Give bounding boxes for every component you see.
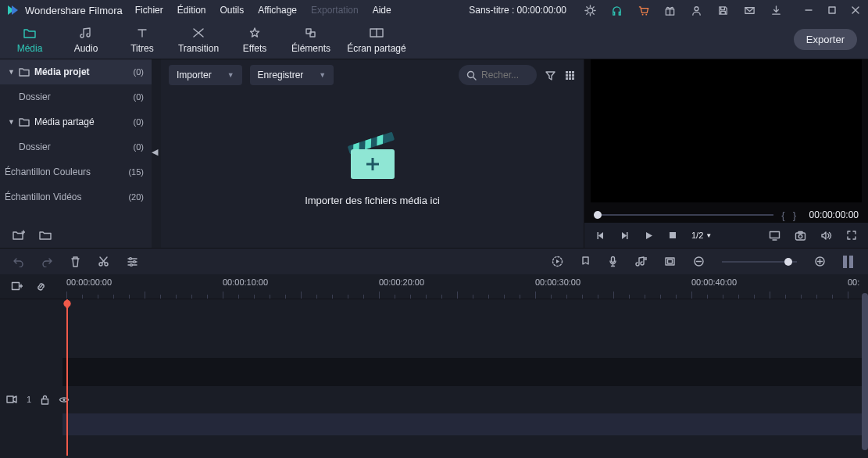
sidebar-videos-count: (20) <box>128 192 144 202</box>
tab-transition-label: Transition <box>170 43 227 54</box>
new-folder-button[interactable] <box>13 230 25 241</box>
chevron-down-icon: ▼ <box>8 68 15 76</box>
tab-transition[interactable]: Transition <box>170 25 227 54</box>
headphones-icon[interactable] <box>610 4 623 16</box>
fullscreen-icon[interactable] <box>846 230 857 241</box>
mark-out-icon[interactable]: } <box>793 209 796 221</box>
volume-icon[interactable] <box>820 231 832 241</box>
ruler-label: 00:00:20:00 <box>379 277 424 287</box>
preview-quality[interactable]: 1/2▼ <box>691 231 712 240</box>
mixer-icon[interactable] <box>635 256 647 267</box>
undo-icon[interactable] <box>13 256 24 267</box>
media-drop-zone[interactable]: Importer des fichiers média ici <box>161 91 584 248</box>
crop-icon[interactable] <box>664 256 676 267</box>
svg-rect-75 <box>7 396 13 403</box>
import-dropdown[interactable]: Importer▼ <box>169 65 242 85</box>
play-icon[interactable] <box>644 231 654 241</box>
timeline-body[interactable]: 00:00:00:00 00:00:10:00 00:00:20:00 00:0… <box>63 274 868 458</box>
maximize-icon[interactable] <box>826 4 838 16</box>
redo-icon[interactable] <box>41 256 53 267</box>
sun-icon[interactable] <box>584 4 596 16</box>
tab-splitscreen-label: Écran partagé <box>339 43 414 54</box>
add-media-icon[interactable] <box>11 281 23 292</box>
delete-icon[interactable] <box>70 256 80 267</box>
tab-audio[interactable]: Audio <box>58 25 114 54</box>
menu-view[interactable]: Affichage <box>258 5 297 16</box>
save-icon[interactable] <box>716 4 729 16</box>
track-video-icon[interactable] <box>6 395 17 404</box>
svg-point-49 <box>798 234 802 238</box>
folder-button[interactable] <box>39 230 52 241</box>
gift-icon[interactable] <box>663 4 676 16</box>
menu-edit[interactable]: Édition <box>177 5 206 16</box>
preview-video[interactable] <box>591 59 862 202</box>
search-box[interactable] <box>459 65 537 85</box>
ruler-label: 00:00:40:00 <box>691 277 737 287</box>
svg-point-10 <box>645 13 647 15</box>
sidebar-colors[interactable]: Échantillon Couleurs (15) <box>0 159 152 184</box>
ruler-label: 00:00:00:00 <box>66 277 112 287</box>
tab-effects[interactable]: Effets <box>227 25 283 54</box>
step-forward-icon[interactable] <box>620 231 630 241</box>
scrub-handle[interactable] <box>594 211 602 219</box>
user-icon[interactable] <box>690 4 702 16</box>
sidebar-shared-media[interactable]: ▼ Média partagé (0) <box>0 109 152 134</box>
record-dropdown[interactable]: Enregistrer▼ <box>250 65 334 85</box>
svg-rect-45 <box>670 232 676 238</box>
sidebar-collapse-icon[interactable]: ◀ <box>152 147 158 157</box>
lock-icon[interactable] <box>41 395 49 405</box>
mail-icon[interactable] <box>743 4 755 16</box>
zoom-slider-handle[interactable] <box>784 258 792 266</box>
tab-splitscreen[interactable]: Écran partagé <box>339 25 414 54</box>
sidebar-project-folder[interactable]: Dossier (0) <box>0 84 152 109</box>
playhead[interactable] <box>66 299 68 456</box>
menu-file[interactable]: Fichier <box>135 5 163 16</box>
zoom-slider[interactable] <box>722 261 797 263</box>
playhead-handle[interactable] <box>63 299 73 310</box>
svg-line-5 <box>586 6 587 7</box>
zoom-in-icon[interactable] <box>814 256 826 267</box>
cart-icon[interactable] <box>637 4 649 16</box>
tab-media[interactable]: Média <box>2 25 58 54</box>
download-icon[interactable] <box>770 4 782 16</box>
sidebar-shared-folder-label: Dossier <box>19 141 51 152</box>
voiceover-icon[interactable] <box>608 256 618 267</box>
render-icon[interactable] <box>552 256 563 267</box>
timeline-tracks[interactable] <box>63 299 868 456</box>
export-button[interactable]: Exporter <box>794 29 857 50</box>
preview-scrubber[interactable] <box>594 214 773 216</box>
cut-icon[interactable] <box>98 256 109 267</box>
menu-tools[interactable]: Outils <box>220 5 244 16</box>
sidebar-videos[interactable]: Échantillon Vidéos (20) <box>0 184 152 209</box>
link-icon[interactable] <box>35 281 47 292</box>
marker-icon[interactable] <box>580 256 591 267</box>
grid-icon[interactable] <box>564 70 576 81</box>
timeline-toolbar <box>0 248 868 274</box>
minimize-icon[interactable] <box>802 4 815 16</box>
timeline-ruler[interactable]: 00:00:00:00 00:00:10:00 00:00:20:00 00:0… <box>63 274 868 299</box>
preview-scrub: { } 00:00:00:00 <box>584 207 868 223</box>
search-input[interactable] <box>481 70 528 81</box>
display-icon[interactable] <box>769 231 780 241</box>
svg-point-0 <box>588 8 593 13</box>
svg-line-7 <box>586 13 587 13</box>
mark-in-icon[interactable]: { <box>781 209 784 221</box>
tab-elements[interactable]: Éléments <box>283 25 339 54</box>
step-back-icon[interactable] <box>595 231 605 241</box>
settings-icon[interactable] <box>127 256 138 267</box>
main-area: ▼ Média projet (0) Dossier (0) ▼ Média p… <box>0 59 868 248</box>
filter-icon[interactable] <box>545 70 556 81</box>
snapshot-icon[interactable] <box>795 231 806 241</box>
sidebar-shared-folder[interactable]: Dossier (0) <box>0 134 152 159</box>
track-lane[interactable] <box>63 413 868 435</box>
menu-help[interactable]: Aide <box>373 5 391 16</box>
svg-rect-29 <box>572 71 574 73</box>
sidebar-project-media[interactable]: ▼ Média projet (0) <box>0 59 152 84</box>
chevron-down-icon: ▼ <box>319 71 326 79</box>
stop-icon[interactable] <box>668 231 677 240</box>
timeline-scrollbar[interactable] <box>862 293 868 450</box>
zoom-out-icon[interactable] <box>693 256 705 267</box>
close-icon[interactable] <box>849 4 862 16</box>
tab-titles[interactable]: Titres <box>114 25 170 54</box>
fit-zoom-icon[interactable] <box>843 256 855 268</box>
